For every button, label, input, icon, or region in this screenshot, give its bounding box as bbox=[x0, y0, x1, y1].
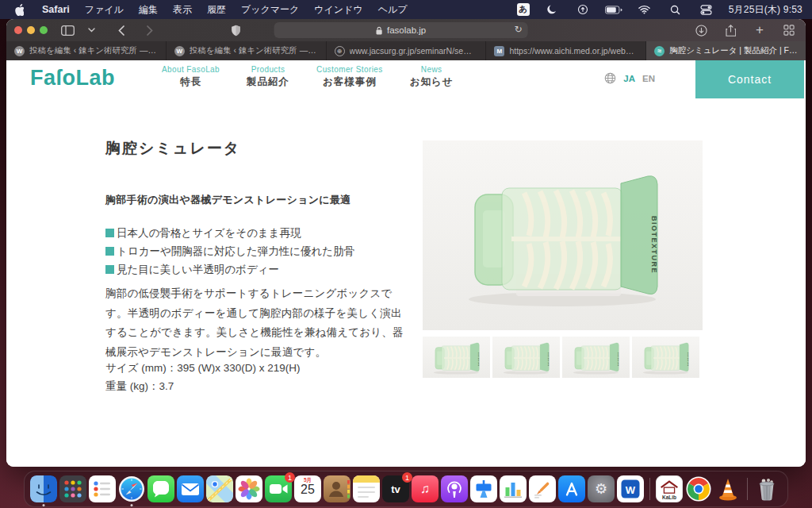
nav-products[interactable]: Products 製品紹介 bbox=[247, 65, 289, 89]
dock-launchpad-icon[interactable] bbox=[59, 475, 86, 502]
focus-moon-icon[interactable] bbox=[543, 1, 561, 18]
sidebar-toggle-icon[interactable] bbox=[59, 21, 76, 39]
dock: 1 5月 25 tv 1 ♫ bbox=[24, 471, 788, 507]
window-minimize-button[interactable] bbox=[27, 26, 35, 34]
dock-safari-icon[interactable] bbox=[118, 475, 145, 502]
menu-item-bookmarks[interactable]: ブックマーク bbox=[241, 3, 299, 17]
notification-badge: 1 bbox=[285, 472, 295, 483]
dock-vlc-icon[interactable] bbox=[714, 475, 741, 502]
reload-icon[interactable]: ↻ bbox=[515, 24, 523, 35]
feature-item: トロカーや開胸器に対応した弾力性に優れた肋骨 bbox=[105, 242, 354, 260]
wordpress-favicon: W bbox=[14, 46, 25, 56]
dock-finder-icon[interactable] bbox=[30, 475, 57, 502]
lang-en[interactable]: EN bbox=[642, 74, 655, 83]
input-source-icon[interactable]: あ bbox=[517, 3, 530, 16]
window-zoom-button[interactable] bbox=[40, 26, 48, 34]
dock-notes-icon[interactable] bbox=[353, 475, 380, 502]
downloads-icon[interactable] bbox=[692, 21, 710, 39]
dock-pages-icon[interactable] bbox=[529, 475, 556, 502]
macos-menu-bar: Safari ファイル 編集 表示 履歴 ブックマーク ウインドウ ヘルプ あ bbox=[0, 0, 812, 19]
dock-messages-icon[interactable] bbox=[147, 475, 174, 502]
running-indicator bbox=[43, 504, 45, 506]
product-description: 胸部の低侵襲手術をサポートするトレーニングボックスです。半透明のボディーを通して… bbox=[105, 284, 412, 362]
browser-tab-5-active[interactable]: ≈ 胸腔シミュレータ | 製品紹介 | FasoLab（ファ… bbox=[646, 41, 806, 60]
tab-overview-icon[interactable] bbox=[780, 21, 798, 39]
tab-bar: W 投稿を編集 ‹ 錬キン術研究所 — WordPress W 投稿を編集 ‹ … bbox=[6, 41, 806, 60]
menu-item-history[interactable]: 履歴 bbox=[207, 3, 226, 17]
menu-item-file[interactable]: ファイル bbox=[85, 3, 124, 17]
menu-item-help[interactable]: ヘルプ bbox=[378, 3, 408, 17]
dock-maps-icon[interactable] bbox=[206, 475, 233, 502]
notes-band bbox=[353, 475, 380, 483]
battery-icon[interactable] bbox=[605, 1, 622, 18]
browser-tab-2[interactable]: W 投稿を編集 ‹ 錬キン術研究所 — WordPress bbox=[167, 41, 327, 60]
apple-menu-icon[interactable] bbox=[10, 1, 27, 18]
lock-icon bbox=[376, 26, 383, 35]
product-thumbnail-1[interactable] bbox=[423, 337, 490, 378]
browser-tab-1[interactable]: W 投稿を編集 ‹ 錬キン術研究所 — WordPress bbox=[6, 41, 167, 60]
dock-mail-icon[interactable] bbox=[177, 475, 204, 502]
dock-numbers-icon[interactable] bbox=[500, 475, 527, 502]
safari-toolbar: fasolab.jp ↻ + bbox=[6, 19, 806, 41]
dock-podcasts-icon[interactable] bbox=[441, 475, 468, 502]
dock-appstore-icon[interactable] bbox=[558, 475, 585, 502]
privacy-shield-icon[interactable] bbox=[227, 21, 244, 39]
product-subtitle: 胸部手術の演出や器械デモンストレーションに最適 bbox=[105, 193, 351, 207]
dock-word-icon[interactable]: W bbox=[617, 475, 644, 502]
spotlight-search-icon[interactable] bbox=[667, 1, 684, 18]
browser-tab-3[interactable]: ⊕ www.jacsurg.gr.jp/seminarN/sem_edu_tx.… bbox=[327, 41, 487, 60]
dock-calendar-icon[interactable]: 5月 25 bbox=[294, 475, 321, 502]
menu-item-view[interactable]: 表示 bbox=[173, 3, 192, 17]
browser-tab-4[interactable]: M https://www.aichi.med.or.jp/webcms/wp-… bbox=[486, 41, 646, 60]
site-logo[interactable]: FaſoLab bbox=[30, 66, 115, 90]
bullet-square-icon bbox=[105, 229, 114, 237]
dock-divider bbox=[649, 478, 650, 500]
dock-facetime-icon[interactable]: 1 bbox=[265, 475, 292, 502]
wordpress-favicon: W bbox=[174, 46, 185, 56]
wifi-icon[interactable] bbox=[636, 1, 653, 18]
dock-chrome-icon[interactable] bbox=[685, 475, 712, 502]
sidebar-chevron-down-icon[interactable] bbox=[82, 21, 100, 39]
product-title: 胸腔シミュレータ bbox=[105, 138, 240, 159]
status-circle-icon[interactable] bbox=[574, 1, 592, 18]
feature-item: 日本人の骨格とサイズをそのまま再現 bbox=[105, 224, 354, 242]
menu-item-app-name[interactable]: Safari bbox=[42, 4, 70, 15]
dock-music-icon[interactable]: ♫ bbox=[412, 475, 439, 502]
share-icon[interactable] bbox=[722, 21, 739, 39]
forward-button[interactable] bbox=[141, 21, 159, 39]
dock-reminders-icon[interactable] bbox=[89, 475, 116, 502]
product-thumbnail-2[interactable] bbox=[492, 337, 560, 378]
address-bar[interactable]: fasolab.jp ↻ bbox=[274, 22, 528, 38]
menu-bar-clock[interactable]: 5月25日(木) 9:53 bbox=[729, 3, 802, 17]
lang-ja[interactable]: JA bbox=[623, 74, 635, 83]
product-thumbnail-3[interactable] bbox=[562, 337, 630, 378]
dock-kalib-icon[interactable]: KaLib bbox=[656, 475, 683, 502]
kalib-label: KaLib bbox=[657, 495, 682, 500]
menu-item-window[interactable]: ウインドウ bbox=[314, 3, 362, 17]
window-close-button[interactable] bbox=[14, 26, 22, 34]
dock-settings-icon[interactable]: ⚙ bbox=[588, 475, 615, 502]
dock-keynote-icon[interactable] bbox=[470, 475, 497, 502]
control-center-icon[interactable] bbox=[698, 1, 715, 18]
product-size: サイズ (mm)：395 (W)x 330(D) x 219(H) bbox=[105, 361, 300, 375]
nav-about[interactable]: About FasoLab 特長 bbox=[162, 65, 220, 89]
product-thumbnail-4[interactable] bbox=[632, 337, 699, 378]
site-nav: About FasoLab 特長 Products 製品紹介 Customer … bbox=[162, 65, 454, 89]
dock-photos-icon[interactable] bbox=[236, 475, 262, 502]
globe-favicon: ⊕ bbox=[335, 46, 345, 56]
nav-customer-stories[interactable]: Customer Stories お客様事例 bbox=[316, 65, 383, 89]
product-weight: 重量 (kg)：3.7 bbox=[105, 379, 174, 394]
nav-news[interactable]: News お知らせ bbox=[410, 65, 454, 89]
menu-item-edit[interactable]: 編集 bbox=[139, 3, 158, 17]
safari-window: fasolab.jp ↻ + W 投稿を編集 ‹ 錬キン術研究所 — WordP… bbox=[6, 19, 806, 467]
address-url: fasolab.jp bbox=[387, 25, 426, 35]
globe-icon bbox=[604, 72, 616, 84]
dock-trash-icon[interactable] bbox=[753, 475, 780, 502]
web-page: FaſoLab About FasoLab 特長 Products 製品紹介 C… bbox=[6, 60, 806, 467]
contact-button[interactable]: Contact bbox=[695, 60, 804, 98]
dock-contacts-icon[interactable] bbox=[324, 475, 350, 502]
dock-appletv-icon[interactable]: tv 1 bbox=[382, 475, 409, 502]
back-button[interactable] bbox=[113, 21, 130, 39]
new-tab-button[interactable]: + bbox=[751, 21, 768, 39]
calendar-day: 25 bbox=[294, 483, 321, 497]
